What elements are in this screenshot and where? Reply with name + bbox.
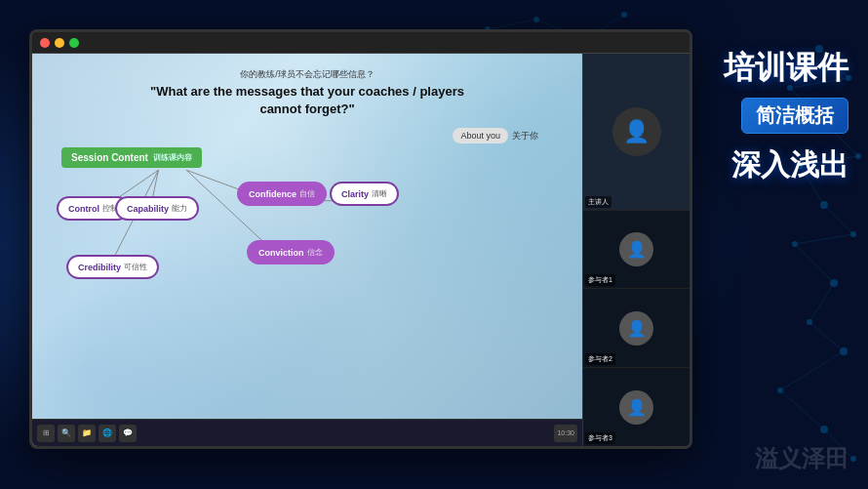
session-content-label: Session Content <box>71 152 148 163</box>
participant-1-label: 参与者1 <box>585 274 615 286</box>
participant-tile-2: 👤 参与者2 <box>583 289 690 368</box>
slide-header: 你的教练/球员不会忘记哪些信息？ "What are the messages … <box>47 68 568 118</box>
svg-line-51 <box>780 351 844 390</box>
slide-title-line2: cannot forget?" <box>259 102 354 116</box>
monitor-close-btn[interactable] <box>40 38 50 48</box>
monitor-top-bar <box>32 32 690 54</box>
participant-tile-3: 👤 参与者3 <box>583 368 690 446</box>
highlight-text: 简洁概括 <box>756 102 834 129</box>
node-clarity: Clarity 清晰 <box>330 182 399 206</box>
slide-title-line1: "What are the messages that your coaches… <box>150 84 464 99</box>
about-you-pill: About you <box>453 128 508 143</box>
svg-line-49 <box>809 283 834 322</box>
screen-content: 你的教练/球员不会忘记哪些信息？ "What are the messages … <box>32 54 690 446</box>
right-text-panel: 培训课件 简洁概括 深入浅出 <box>653 49 848 185</box>
taskbar-clock: 10:30 <box>554 425 577 442</box>
node-conviction: Conviction 信念 <box>247 240 335 265</box>
main-title: 培训课件 <box>724 49 848 86</box>
session-content-cn: 训练课内容 <box>153 152 192 163</box>
about-you-node: About you 关于你 <box>453 128 538 143</box>
node-credibility: Credibility 可信性 <box>66 255 159 279</box>
taskbar: ⊞ 🔍 📁 🌐 💬 10:30 <box>32 419 582 446</box>
svg-line-47 <box>795 234 853 244</box>
svg-line-48 <box>795 244 834 283</box>
highlight-box: 简洁概括 <box>741 98 848 134</box>
svg-line-50 <box>809 322 844 351</box>
svg-line-46 <box>824 205 853 234</box>
monitor-frame: 你的教练/球员不会忘记哪些信息？ "What are the messages … <box>29 29 692 449</box>
slide-title-en: "What are the messages that your coaches… <box>47 83 568 118</box>
slide-subtitle-cn: 你的教练/球员不会忘记哪些信息？ <box>47 68 568 81</box>
taskbar-start[interactable]: ⊞ <box>37 425 55 442</box>
session-content-node: Session Content 训练课内容 <box>61 147 202 168</box>
taskbar-app4[interactable]: 💬 <box>119 425 137 442</box>
participant-1-avatar: 👤 <box>619 232 653 266</box>
monitor-minimize-btn[interactable] <box>55 38 64 48</box>
svg-line-52 <box>780 390 824 429</box>
node-confidence: Confidence 自信 <box>237 182 327 206</box>
taskbar-app3[interactable]: 🌐 <box>99 425 116 442</box>
node-capability: Capability 能力 <box>115 196 199 221</box>
participant-3-avatar: 👤 <box>619 390 653 425</box>
taskbar-app2[interactable]: 📁 <box>78 425 96 442</box>
taskbar-app1[interactable]: 🔍 <box>58 425 75 442</box>
participant-3-label: 参与者3 <box>585 432 615 444</box>
main-speaker-label: 主讲人 <box>585 196 612 208</box>
participant-tile-1: 👤 参与者1 <box>583 211 690 290</box>
participant-2-avatar: 👤 <box>619 311 653 346</box>
watermark: 溢义泽田 <box>755 443 848 474</box>
monitor-maximize-btn[interactable] <box>69 38 79 48</box>
presentation-slide: 你的教练/球员不会忘记哪些信息？ "What are the messages … <box>32 54 582 446</box>
monitor-wrapper: 你的教练/球员不会忘记哪些信息？ "What are the messages … <box>29 29 692 449</box>
mindmap: Session Content 训练课内容 About you 关于你 Cont… <box>47 128 568 343</box>
about-you-cn: 关于你 <box>512 130 538 143</box>
participant-2-label: 参与者2 <box>585 353 615 365</box>
svg-line-11 <box>488 20 536 29</box>
sub-title: 深入浅出 <box>731 145 848 185</box>
